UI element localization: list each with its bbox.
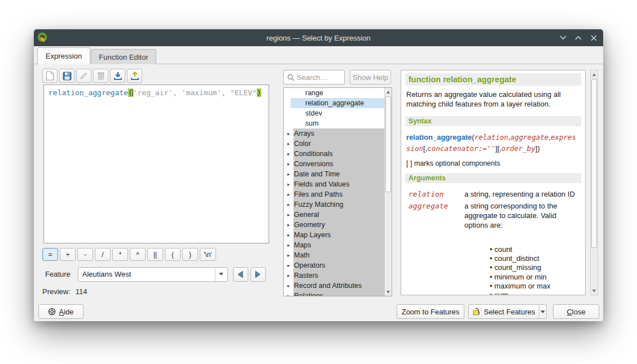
select-features-dropdown-icon[interactable]: [539, 304, 547, 319]
operator-button[interactable]: /: [95, 248, 111, 261]
expression-function-name: relation_aggregate: [49, 88, 128, 97]
syntax-token: ]): [535, 144, 540, 153]
select-by-expression-dialog: regions — Select by Expression Expressio…: [34, 29, 603, 321]
expand-arrow-icon[interactable]: ▸: [284, 151, 293, 157]
feature-combobox[interactable]: Aleutians West: [78, 267, 228, 282]
expand-arrow-icon[interactable]: ▸: [284, 283, 293, 288]
edit-expression-icon: [76, 69, 91, 83]
function-category[interactable]: ▸Maps: [284, 240, 384, 250]
optional-note: [ ] marks optional components: [406, 159, 580, 167]
aggregate-option: count: [490, 245, 581, 254]
function-category[interactable]: ▸Relations: [284, 291, 384, 296]
feature-dropdown-arrow-icon[interactable]: [215, 268, 227, 281]
zoom-to-features-button[interactable]: Zoom to Features: [397, 304, 464, 319]
feature-value: Aleutians West: [78, 270, 131, 278]
function-category[interactable]: ▸Color: [284, 139, 384, 149]
expand-arrow-icon[interactable]: ▸: [284, 181, 293, 187]
close-button[interactable]: Close: [553, 304, 599, 319]
preview-label: Preview:: [42, 287, 71, 296]
expression-arguments: 'reg_air', 'maximum', "ELEV": [133, 88, 257, 97]
expand-arrow-icon[interactable]: ▸: [284, 141, 293, 147]
shade-icon[interactable]: [559, 34, 567, 42]
function-category[interactable]: ▸Files and Paths: [284, 189, 384, 199]
operator-button[interactable]: -: [77, 248, 93, 261]
expression-close-paren: ): [257, 88, 261, 97]
close-icon[interactable]: [590, 34, 598, 42]
show-help-button[interactable]: Show Help: [350, 70, 391, 85]
function-category[interactable]: ▸Conditionals: [284, 149, 384, 159]
operator-button[interactable]: *: [112, 248, 128, 261]
select-features-button[interactable]: Select Features: [468, 304, 539, 319]
expand-arrow-icon[interactable]: ▸: [284, 252, 293, 258]
search-box[interactable]: [283, 70, 345, 85]
scroll-down-icon[interactable]: [591, 287, 598, 295]
function-category[interactable]: ▸Fields and Values: [284, 179, 384, 189]
function-category[interactable]: ▸Date and Time: [284, 169, 384, 179]
tab-expression[interactable]: Expression: [37, 47, 90, 64]
help-button[interactable]: Aide: [38, 304, 84, 319]
function-category[interactable]: ▸Record and Attributes: [284, 281, 384, 291]
expand-arrow-icon[interactable]: ▸: [284, 212, 293, 217]
expand-arrow-icon[interactable]: ▸: [284, 202, 293, 207]
expand-arrow-icon[interactable]: ▸: [284, 293, 293, 296]
titlebar[interactable]: regions — Select by Expression: [34, 29, 603, 46]
search-icon: [287, 74, 295, 81]
function-category[interactable]: ▸Operators: [284, 260, 384, 270]
syntax-token: relation_aggregate: [406, 133, 472, 141]
expand-arrow-icon[interactable]: ▸: [284, 242, 293, 248]
help-scrollbar[interactable]: [590, 70, 598, 295]
function-category[interactable]: ▸Map Layers: [284, 230, 384, 240]
operator-button[interactable]: +: [60, 248, 76, 261]
syntax-token: aggregate: [511, 133, 549, 141]
tab-function-editor[interactable]: Function Editor: [91, 49, 156, 64]
expand-arrow-icon[interactable]: ▸: [284, 232, 293, 238]
expand-arrow-icon[interactable]: ▸: [284, 263, 293, 268]
expand-arrow-icon[interactable]: ▸: [284, 171, 293, 177]
next-feature-icon[interactable]: [251, 267, 266, 282]
new-expression-icon[interactable]: [42, 69, 58, 83]
function-item[interactable]: sum: [284, 118, 384, 128]
save-expression-icon[interactable]: [59, 69, 74, 83]
function-category[interactable]: ▸Fuzzy Matching: [284, 199, 384, 210]
previous-feature-icon[interactable]: [233, 267, 248, 282]
expression-editor[interactable]: relation_aggregate('reg_air', 'maximum',…: [43, 85, 269, 243]
function-category[interactable]: ▸General: [284, 210, 384, 220]
scrollbar-thumb[interactable]: [591, 79, 597, 248]
function-list-scrollbar[interactable]: [384, 88, 392, 296]
function-category[interactable]: ▸Geometry: [284, 220, 384, 230]
scroll-down-icon[interactable]: [385, 288, 392, 296]
expand-arrow-icon[interactable]: ▸: [284, 161, 293, 167]
function-category[interactable]: ▸Math: [284, 250, 384, 260]
feature-label: Feature: [45, 270, 71, 278]
expand-arrow-icon[interactable]: ▸: [284, 222, 293, 228]
aggregate-option: count_missing: [490, 263, 581, 272]
scrollbar-thumb[interactable]: [385, 96, 391, 192]
function-item[interactable]: relation_aggregate: [284, 98, 384, 108]
function-item[interactable]: range: [284, 88, 384, 98]
operator-button[interactable]: '\n': [200, 248, 216, 261]
syntax-token: order_by: [502, 144, 535, 153]
expand-arrow-icon[interactable]: ▸: [284, 192, 293, 197]
operator-button[interactable]: =: [42, 248, 58, 261]
search-input[interactable]: [297, 73, 336, 82]
export-expression-icon[interactable]: [127, 69, 142, 83]
function-item[interactable]: stdev: [284, 108, 384, 118]
scroll-up-icon[interactable]: [385, 88, 392, 96]
import-expression-icon[interactable]: [110, 69, 125, 83]
aggregate-options-list: countcount_distinctcount_missingminimum …: [490, 245, 581, 295]
function-category[interactable]: ▸Conversions: [284, 159, 384, 169]
window-title: regions — Select by Expression: [34, 34, 603, 42]
operator-button[interactable]: ||: [147, 248, 163, 261]
function-category[interactable]: ▸Arrays: [284, 128, 384, 139]
arguments-table: relationa string, representing a relatio…: [405, 190, 581, 230]
operator-button[interactable]: ): [182, 248, 198, 261]
expand-arrow-icon[interactable]: ▸: [284, 131, 293, 136]
maximize-icon[interactable]: [574, 34, 582, 42]
function-category[interactable]: ▸Rasters: [284, 270, 384, 281]
expand-arrow-icon[interactable]: ▸: [284, 273, 293, 278]
feature-row: Feature Aleutians West: [45, 267, 266, 282]
scroll-up-icon[interactable]: [591, 70, 598, 78]
operator-button[interactable]: ^: [130, 248, 146, 261]
operator-button[interactable]: (: [165, 248, 181, 261]
preview-value: 114: [76, 287, 87, 296]
